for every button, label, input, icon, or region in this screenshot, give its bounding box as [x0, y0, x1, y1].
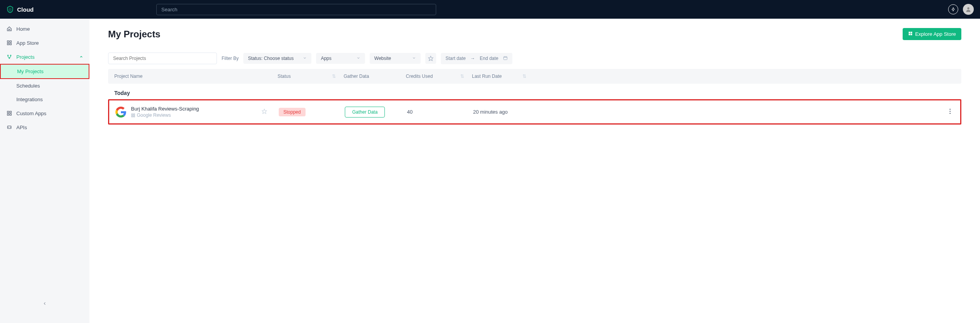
explore-appstore-button[interactable]: Explore App Store: [903, 28, 961, 40]
notification-icon[interactable]: [948, 4, 958, 14]
home-icon: [6, 26, 12, 32]
project-info: Burj Khalifa Reviews-Scraping Google Rev…: [131, 106, 199, 118]
collapse-sidebar-button[interactable]: [42, 300, 47, 307]
column-header-name: Project Name: [114, 74, 278, 79]
calendar-icon: [503, 56, 508, 61]
sidebar-item-label: Custom Apps: [16, 111, 46, 116]
svg-rect-20: [133, 114, 135, 115]
project-name-cell: Burj Khalifa Reviews-Scraping Google Rev…: [115, 106, 279, 118]
sidebar-item-label: APIs: [16, 125, 27, 130]
sidebar-item-appstore[interactable]: App Store: [0, 36, 89, 50]
sort-icon: ⇅: [522, 74, 526, 79]
sidebar-subitem-label: Integrations: [16, 97, 43, 102]
grid-icon: [908, 31, 913, 37]
svg-rect-2: [10, 41, 11, 42]
svg-rect-19: [131, 114, 133, 115]
api-icon: [6, 124, 12, 130]
sidebar-item-label: App Store: [16, 40, 39, 46]
grid-icon: [6, 40, 12, 46]
project-app: Google Reviews: [131, 112, 199, 118]
lastrun-cell: 20 minutes ago: [473, 109, 535, 115]
sidebar-item-projects[interactable]: Projects: [0, 50, 89, 64]
sidebar-subitem-integrations[interactable]: Integrations: [0, 93, 89, 106]
arrow-right-icon: →: [470, 56, 475, 61]
svg-rect-4: [10, 43, 11, 45]
gather-cell: Gather Data: [345, 107, 407, 118]
svg-rect-11: [10, 114, 11, 115]
column-header-gather: Gather Data: [344, 74, 406, 79]
logo-section: Cloud: [6, 5, 84, 13]
sidebar-item-home[interactable]: Home: [0, 22, 89, 36]
svg-point-26: [950, 112, 951, 114]
svg-rect-9: [10, 111, 11, 113]
chevron-down-icon: [356, 56, 360, 61]
chevron-up-icon: [79, 54, 83, 60]
sidebar-item-apis[interactable]: APIs: [0, 120, 89, 134]
sidebar-subitem-label: My Projects: [17, 68, 44, 74]
gather-data-button[interactable]: Gather Data: [345, 107, 385, 118]
svg-rect-8: [7, 111, 9, 113]
column-header-lastrun[interactable]: Last Run Date ⇅: [472, 74, 534, 79]
svg-rect-14: [911, 32, 912, 33]
sidebar-item-label: Home: [16, 26, 30, 32]
svg-point-24: [950, 109, 951, 110]
star-filter-button[interactable]: [425, 53, 436, 64]
status-filter-select[interactable]: Status: Choose status: [243, 53, 311, 64]
sort-icon: ⇅: [460, 74, 464, 79]
top-header: Cloud: [0, 0, 980, 19]
column-header-credits[interactable]: Credits Used ⇅: [406, 74, 472, 79]
brand-name: Cloud: [17, 6, 34, 13]
sidebar-subitem-label: Schedules: [16, 83, 40, 89]
favorite-star-button[interactable]: [262, 109, 267, 116]
start-date-label: Start date: [445, 56, 466, 61]
project-name: Burj Khalifa Reviews-Scraping: [131, 106, 199, 112]
sidebar-subitem-myprojects[interactable]: My Projects: [0, 64, 89, 79]
svg-rect-10: [7, 114, 9, 115]
shield-icon: [6, 5, 14, 13]
svg-rect-1: [7, 41, 9, 42]
search-projects-input[interactable]: [108, 53, 217, 64]
button-label: Explore App Store: [915, 31, 956, 37]
end-date-label: End date: [480, 56, 498, 61]
svg-marker-23: [262, 109, 267, 114]
date-range-filter[interactable]: Start date → End date: [441, 53, 512, 64]
sidebar-item-customapps[interactable]: Custom Apps: [0, 106, 89, 120]
apps-filter-select[interactable]: Apps: [316, 53, 365, 64]
grid-icon: [6, 110, 12, 116]
avatar[interactable]: [963, 4, 974, 15]
credits-cell: 40: [407, 109, 473, 115]
page-header: My Projects Explore App Store: [108, 28, 961, 40]
section-label-today: Today: [108, 84, 961, 99]
page-title: My Projects: [108, 29, 161, 40]
svg-point-25: [950, 111, 951, 112]
svg-point-0: [967, 7, 969, 9]
svg-rect-18: [504, 56, 507, 60]
status-cell: Stopped: [279, 108, 345, 116]
sidebar-subitem-schedules[interactable]: Schedules: [0, 79, 89, 93]
svg-marker-17: [428, 56, 433, 61]
chevron-down-icon: [412, 56, 416, 61]
sort-icon: ⇅: [332, 74, 336, 79]
svg-rect-22: [133, 116, 135, 117]
table-row[interactable]: Burj Khalifa Reviews-Scraping Google Rev…: [109, 100, 960, 123]
svg-rect-15: [909, 34, 910, 35]
svg-point-6: [10, 55, 11, 56]
global-search-input[interactable]: [156, 4, 436, 15]
row-actions-button[interactable]: [946, 109, 954, 116]
search-wrap: [156, 4, 436, 15]
sidebar-item-label: Projects: [16, 54, 35, 60]
select-label: Status: Choose status: [248, 56, 293, 61]
filterby-label: Filter By: [222, 56, 239, 61]
svg-rect-21: [131, 116, 133, 117]
project-row-highlight: Burj Khalifa Reviews-Scraping Google Rev…: [108, 99, 961, 125]
svg-point-7: [9, 58, 10, 58]
google-icon: [115, 107, 126, 118]
column-header-status[interactable]: Status ⇅: [278, 74, 344, 79]
sidebar: Home App Store Projects My Projects Sche…: [0, 19, 89, 323]
svg-rect-13: [909, 32, 910, 33]
website-filter-select[interactable]: Website: [370, 53, 421, 64]
main-content: My Projects Explore App Store Filter By …: [89, 19, 980, 323]
chevron-down-icon: [303, 56, 307, 61]
branches-icon: [6, 54, 12, 60]
svg-rect-16: [911, 34, 912, 35]
